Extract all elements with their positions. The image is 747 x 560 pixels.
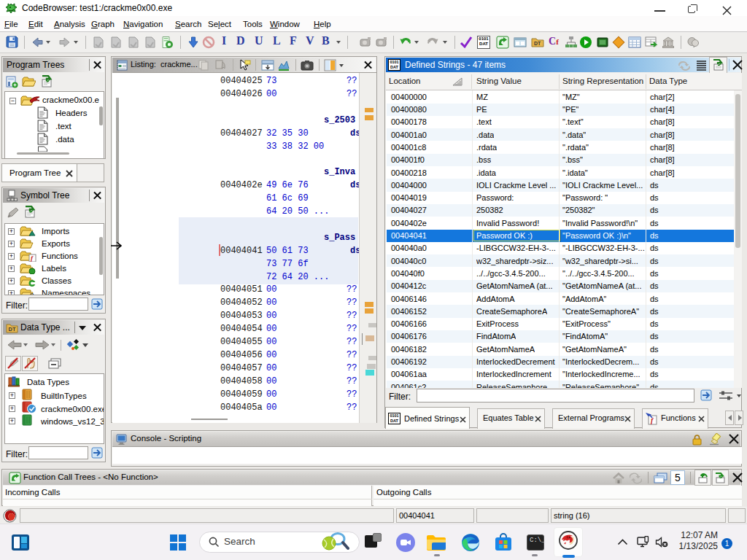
- svg-text:DT: DT: [534, 41, 541, 46]
- svg-text:DT: DT: [9, 326, 16, 332]
- svg-text:(): (): [29, 292, 34, 295]
